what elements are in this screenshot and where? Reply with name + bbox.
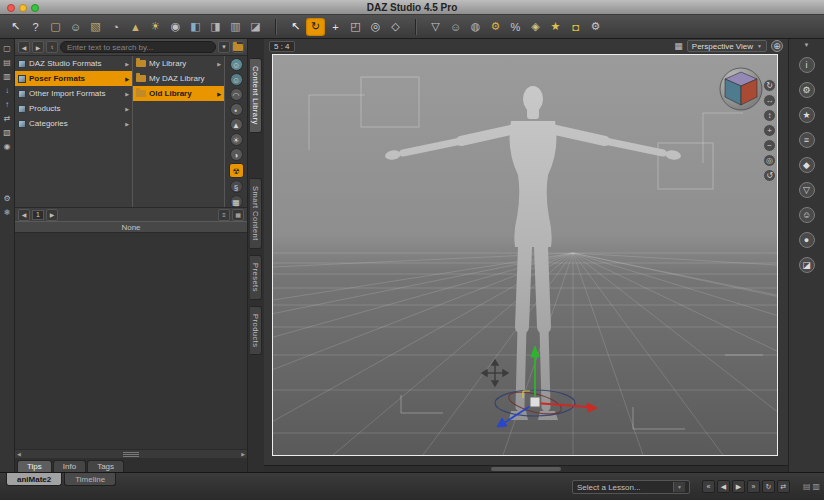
templates-category-icon[interactable]: ▦ xyxy=(230,195,243,208)
actors-category-icon[interactable]: ☺ xyxy=(230,58,243,71)
puppeteer-icon[interactable]: ◉ xyxy=(4,142,11,151)
nav-forward-button[interactable]: ▶ xyxy=(32,41,44,53)
tree-item[interactable]: Poser Formats ▶ xyxy=(15,71,132,86)
library-mini-scrollbar[interactable]: ◀ ▶ xyxy=(15,449,247,458)
shader-tool-icon[interactable]: ◪ xyxy=(799,257,815,273)
figures-icon[interactable]: ☺ xyxy=(446,18,465,36)
minimize-window-button[interactable] xyxy=(19,4,27,12)
grid-view-button[interactable]: ▦ xyxy=(232,209,244,221)
folder-item[interactable]: My DAZ Library ▶ xyxy=(133,71,224,86)
view-cube[interactable] xyxy=(720,68,762,110)
new-file-icon[interactable]: ▢ xyxy=(3,44,11,53)
materials-category-icon[interactable]: ◑ xyxy=(230,148,243,161)
scripts-category-icon[interactable]: § xyxy=(230,180,243,193)
camera-view-dropdown[interactable]: Perspective View ▼ xyxy=(687,40,767,52)
viewport-horizontal-scrollbar[interactable] xyxy=(264,465,788,472)
go-start-icon[interactable]: « xyxy=(702,480,715,493)
search-options-button[interactable]: ▼ xyxy=(218,41,230,53)
memorize-icon[interactable]: ◈ xyxy=(526,18,545,36)
merge-icon[interactable]: ⇄ xyxy=(4,114,11,123)
zoom-window-button[interactable] xyxy=(31,4,39,12)
step-back-icon[interactable]: ◀ xyxy=(717,480,730,493)
side-tab[interactable]: Products xyxy=(250,306,262,356)
info-circle-icon[interactable]: i xyxy=(799,57,815,73)
range-icon[interactable]: ⇄ xyxy=(777,480,790,493)
folder-item[interactable]: My Library ▶ xyxy=(133,56,224,71)
zoom-out-icon[interactable]: − xyxy=(763,139,776,152)
figures-category-icon[interactable]: ☺ xyxy=(230,73,243,86)
aux-viewport-icon[interactable]: ◨ xyxy=(206,18,225,36)
lights-category-icon[interactable]: ☀ xyxy=(230,133,243,146)
hair-icon[interactable]: ◔ xyxy=(106,18,125,36)
frame-view-icon[interactable]: ◎ xyxy=(763,154,776,167)
import-icon[interactable]: ↓ xyxy=(5,86,9,95)
rotate-view-icon[interactable]: ↻ xyxy=(763,79,776,92)
play-icon[interactable]: ▶ xyxy=(732,480,745,493)
close-window-button[interactable] xyxy=(7,4,15,12)
export-icon[interactable]: ↑ xyxy=(5,100,9,109)
surface-tool-icon[interactable]: ◇ xyxy=(386,18,405,36)
key-icon[interactable]: ★ xyxy=(546,18,565,36)
export-gear-icon[interactable]: ⚙ xyxy=(799,82,815,98)
tools-icon[interactable]: ⚙ xyxy=(486,18,505,36)
layout-icon[interactable]: ▥ xyxy=(226,18,245,36)
lesson-dropdown[interactable]: Select a Lesson... ▼ xyxy=(572,480,690,494)
filter-icon[interactable]: ▽ xyxy=(426,18,445,36)
resize-grip-icon[interactable] xyxy=(123,454,139,455)
list-tool-icon[interactable]: ≡ xyxy=(799,132,815,148)
scroll-right-icon[interactable]: ▶ xyxy=(241,451,245,457)
side-tab[interactable]: Content Library xyxy=(250,58,262,133)
open-file-icon[interactable]: ▤ xyxy=(3,58,11,67)
list-view-button[interactable]: ≡ xyxy=(218,209,230,221)
bottom-tab[interactable]: aniMate2 xyxy=(6,473,62,486)
gear-icon[interactable]: ⚙ xyxy=(3,194,10,203)
side-tab[interactable]: Smart Content xyxy=(250,178,262,249)
rotate-tool-icon[interactable]: ↻ xyxy=(306,18,325,36)
hair-category-icon[interactable]: ◠ xyxy=(230,88,243,101)
context-help-icon[interactable]: ↖ xyxy=(6,18,25,36)
loop-icon[interactable]: ↻ xyxy=(762,480,775,493)
scale-tool-icon[interactable]: ◰ xyxy=(346,18,365,36)
visibility-icon[interactable]: ◍ xyxy=(466,18,485,36)
style-icon[interactable]: ◪ xyxy=(246,18,265,36)
reset-view-icon[interactable]: ↺ xyxy=(763,169,776,182)
folder-item[interactable]: Old Library ▶ xyxy=(133,86,224,101)
search-input[interactable] xyxy=(60,41,216,53)
new-scene-icon[interactable]: ▢ xyxy=(46,18,65,36)
scrollbar-handle[interactable] xyxy=(491,467,561,471)
tree-item[interactable]: Other Import Formats ▶ xyxy=(15,86,132,101)
render-frame[interactable]: ↻↔↕+−◎↺ xyxy=(272,54,778,456)
folder-options-button[interactable] xyxy=(232,41,244,53)
pan-view-icon[interactable]: ↔ xyxy=(763,94,776,107)
render-icon[interactable]: ◧ xyxy=(186,18,205,36)
props-category-icon[interactable]: ▪ xyxy=(230,103,243,116)
diamond-tool-icon[interactable]: ◆ xyxy=(799,157,815,173)
save-file-icon[interactable]: ▥ xyxy=(3,72,11,81)
trackball-icon[interactable]: ⊕ xyxy=(771,40,783,52)
view-grid-icon[interactable]: ▦ xyxy=(674,41,683,51)
wardrobe-icon[interactable]: ▧ xyxy=(86,18,105,36)
bottom-tab[interactable]: Timeline xyxy=(64,473,116,486)
tree-item[interactable]: Categories ▶ xyxy=(15,116,132,131)
character-tool-icon[interactable]: ☺ xyxy=(799,207,815,223)
percent-icon[interactable]: % xyxy=(506,18,525,36)
page-prev-button[interactable]: ◀ xyxy=(18,209,30,221)
notes-page-icon[interactable]: ▤ xyxy=(803,482,811,491)
render-camera-icon[interactable]: ◘ xyxy=(566,18,585,36)
camera-icon[interactable]: ◉ xyxy=(166,18,185,36)
tree-item[interactable]: Products ▶ xyxy=(15,101,132,116)
side-tab[interactable]: Presets xyxy=(250,255,262,300)
pose-icon[interactable]: ▲ xyxy=(126,18,145,36)
help-icon[interactable]: ? xyxy=(26,18,45,36)
node-selection-tool-icon[interactable]: ↖ xyxy=(286,18,305,36)
lights-icon[interactable]: ☀ xyxy=(146,18,165,36)
poses-category-icon[interactable]: ▲ xyxy=(230,118,243,131)
viewport-canvas[interactable] xyxy=(273,55,777,455)
step-forward-icon[interactable]: » xyxy=(747,480,760,493)
tree-item[interactable]: DAZ Studio Formats ▶ xyxy=(15,56,132,71)
favorites-icon[interactable]: ★ xyxy=(799,107,815,123)
panel-tab[interactable]: Tips xyxy=(17,460,52,472)
universal-tool-icon[interactable]: ◎ xyxy=(366,18,385,36)
panel-tab[interactable]: Info xyxy=(53,460,86,472)
people-icon[interactable]: ☺ xyxy=(66,18,85,36)
